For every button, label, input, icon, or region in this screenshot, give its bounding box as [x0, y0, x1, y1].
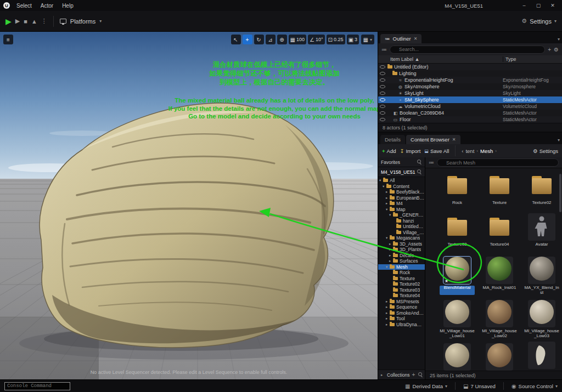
unreal-logo-icon[interactable]: U: [3, 2, 10, 9]
visibility-eye-icon[interactable]: [380, 98, 385, 101]
project-root-header[interactable]: M4_V158_UE51: [378, 167, 425, 177]
tree-item-all[interactable]: ▾All: [378, 178, 425, 184]
tree-item-sequence[interactable]: ▸Sequence: [378, 304, 425, 310]
visibility-eye-icon[interactable]: [380, 92, 385, 95]
outliner-row-boolean_c2089d84[interactable]: ◧Boolean_C2089D84StaticMeshActor: [378, 110, 562, 116]
asset-search-input[interactable]: [437, 158, 559, 167]
tree-item-decals[interactable]: ▸Decals: [378, 253, 425, 259]
asset-mi_village_house_low01[interactable]: MI_Village_house_Low01: [440, 298, 475, 338]
breadcrumb-back-icon[interactable]: ‹: [462, 148, 463, 154]
tree-item-rock[interactable]: Rock: [378, 270, 425, 276]
add-collection-icon[interactable]: +: [412, 372, 415, 378]
chevron-icon[interactable]: ▸: [389, 247, 393, 252]
select-tool[interactable]: ↖: [231, 35, 241, 44]
chevron-icon[interactable]: ▸: [389, 259, 393, 263]
play-options-kebab-icon[interactable]: ⋮: [41, 18, 47, 25]
tree-item-3d_plants[interactable]: ▸3D_Plants: [378, 247, 425, 253]
tree-item-village_sharedass[interactable]: Village_sharedass: [378, 230, 425, 236]
outliner-row-sm_skysphere[interactable]: ▫SM_SkySphereStaticMeshActor: [378, 96, 562, 103]
tab-content-browser[interactable]: Content Browser ✕: [406, 135, 460, 144]
asset-ma_yx_blend_inst[interactable]: MA_YX_Blend_Inst: [524, 255, 559, 295]
tree-item-tool[interactable]: ▸Tool: [378, 316, 425, 322]
menu-help[interactable]: Help: [58, 2, 78, 10]
tree-item-untitled_2_shared[interactable]: Untitled_2_shared: [378, 224, 425, 230]
tree-item-texture04[interactable]: Texture04: [378, 293, 425, 299]
asset-texture02[interactable]: Texture02: [524, 172, 559, 210]
save-all-button[interactable]: ⬓ Save All: [424, 148, 449, 154]
tree-item-texture[interactable]: Texture: [378, 276, 425, 282]
asset-mi_village_house_low03[interactable]: MI_Village_house_Low03: [524, 298, 559, 338]
asset-texture04[interactable]: Texture04: [482, 213, 517, 252]
chevron-icon[interactable]: ▾: [386, 207, 390, 212]
chevron-icon[interactable]: ▸: [386, 305, 390, 309]
visibility-eye-icon[interactable]: [380, 78, 385, 82]
scale-snap-toggle[interactable]: ⊡ 0.25: [327, 35, 345, 44]
close-tab-icon[interactable]: ✕: [452, 137, 456, 142]
derived-data-button[interactable]: ▦ Derived Data ▾: [405, 383, 447, 389]
visibility-eye-icon[interactable]: [380, 111, 385, 115]
chevron-icon[interactable]: ▸: [386, 311, 390, 315]
tree-item-_generated[interactable]: ▾_GENERATED: [378, 212, 425, 218]
chevron-icon[interactable]: ▸: [389, 253, 393, 258]
visibility-eye-icon[interactable]: [380, 72, 385, 75]
visibility-eye-icon[interactable]: [380, 105, 385, 108]
asset-texture03[interactable]: Texture03: [440, 213, 475, 252]
favorites-header[interactable]: Favorites: [378, 157, 425, 167]
chevron-icon[interactable]: ▾: [383, 184, 386, 189]
tree-item-megascans[interactable]: ▾Megascans: [378, 235, 425, 241]
outliner-row-skylight[interactable]: ☀SkyLightSkyLight: [378, 90, 562, 96]
breadcrumb-item-current[interactable]: Mesh: [480, 148, 493, 154]
tree-item-content[interactable]: ▾Content: [378, 184, 425, 190]
chevron-icon[interactable]: ▸: [386, 201, 390, 206]
chevron-icon[interactable]: ▾: [379, 178, 383, 183]
stop-button[interactable]: ■: [24, 18, 27, 25]
asset-mi_village_house_low04[interactable]: MI_Village_house_Low04: [440, 342, 475, 371]
eject-button[interactable]: ▲: [31, 18, 37, 25]
grid-snap-toggle[interactable]: ▦ 100: [289, 35, 306, 44]
asset-blendmaterial[interactable]: ★BlendMaterial: [440, 255, 475, 295]
scrollbar[interactable]: [559, 174, 561, 212]
outliner-search-input[interactable]: [390, 46, 545, 54]
asset-texture[interactable]: Texture: [482, 172, 517, 210]
chevron-icon[interactable]: ▸: [386, 316, 390, 321]
move-tool[interactable]: +: [243, 35, 252, 44]
chevron-icon[interactable]: ▾: [389, 213, 393, 217]
visibility-eye-icon[interactable]: [380, 85, 385, 88]
scale-tool[interactable]: ⊿: [266, 35, 276, 44]
rotation-snap-toggle[interactable]: ∠ 10°: [308, 35, 325, 44]
tree-item-beefyblackbirds[interactable]: ▸BeefyBlackbirds: [378, 189, 425, 195]
asset-pm3d_cylinder3d_2[interactable]: PM3D_Cylinder3D_2: [524, 342, 559, 371]
rotate-tool[interactable]: ↻: [254, 35, 264, 44]
minimize-icon[interactable]: –: [518, 3, 530, 8]
breadcrumb-item[interactable]: tent: [465, 148, 474, 154]
search-icon[interactable]: [417, 169, 422, 174]
outliner-row-volumetriccloud[interactable]: ☁VolumetricCloudVolumetricCloud: [378, 103, 562, 110]
tree-item-mesh[interactable]: ▾Mesh: [378, 264, 425, 270]
tree-item-m4[interactable]: ▸M4: [378, 201, 425, 207]
tree-item-texture03[interactable]: Texture03: [378, 287, 425, 293]
asset-mi_village_house_low05[interactable]: MI_Village_house_Low05: [482, 342, 517, 371]
tree-item-texture02[interactable]: Texture02: [378, 281, 425, 287]
restore-icon[interactable]: ▢: [532, 3, 544, 8]
filter-icon[interactable]: ≔: [429, 160, 434, 166]
column-type[interactable]: Type: [503, 56, 562, 62]
browser-settings-button[interactable]: ⚙ Settings: [533, 148, 558, 154]
asset-ma_rock_inst01[interactable]: MA_Rock_Inst01: [482, 255, 517, 295]
tree-item-hanzi[interactable]: hanzi: [378, 218, 425, 224]
tree-item-smokeandfire[interactable]: ▸SmokeAndFire: [378, 310, 425, 316]
chevron-icon[interactable]: ▸: [389, 242, 393, 246]
asset-mi_village_house_low02[interactable]: MI_Village_house_Low02: [482, 298, 517, 338]
import-button[interactable]: ↧ Import: [400, 148, 420, 154]
asset-rock[interactable]: Rock: [440, 172, 475, 210]
settings-button[interactable]: Settings: [530, 18, 552, 25]
visibility-eye-icon[interactable]: [380, 65, 385, 69]
tree-item-europeanbeech[interactable]: ▸EuropeanBeech: [378, 195, 425, 201]
gear-icon[interactable]: ⚙: [554, 47, 559, 53]
chevron-icon[interactable]: ▸: [386, 196, 390, 200]
tree-item-ultradynamicsky[interactable]: ▸UltraDynamicSky: [378, 322, 425, 328]
menu-actor[interactable]: Actor: [36, 2, 58, 10]
add-button[interactable]: + Add: [382, 148, 396, 154]
menu-select[interactable]: Select: [12, 2, 36, 10]
outliner-row-skyatmosphere[interactable]: ◍SkyAtmosphereSkyAtmosphere: [378, 83, 562, 90]
camera-speed-control[interactable]: ▣ 3: [347, 35, 359, 44]
